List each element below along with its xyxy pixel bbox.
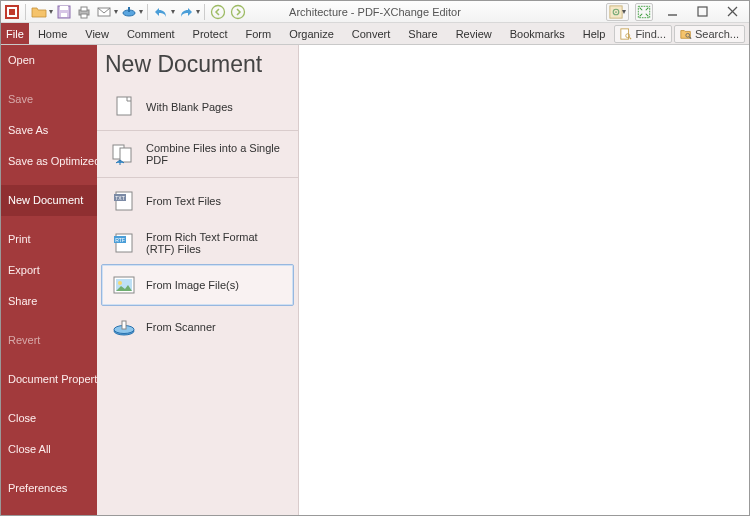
option-label: From Text Files — [146, 195, 221, 207]
svg-rect-5 — [61, 13, 67, 17]
redo-dropdown-icon[interactable]: ▾ — [196, 7, 200, 16]
scan-dropdown-icon[interactable]: ▾ — [139, 7, 143, 16]
new-doc-option-image[interactable]: From Image File(s) — [101, 264, 294, 306]
svg-rect-7 — [81, 7, 87, 11]
sidebar-item-close-all[interactable]: Close All — [1, 434, 97, 465]
undo-icon[interactable] — [152, 3, 170, 21]
window-close-button[interactable] — [719, 3, 745, 21]
sidebar-item-document-properties[interactable]: Document Properties — [1, 364, 97, 395]
sidebar-item-open[interactable]: Open — [1, 45, 97, 76]
nav-back-icon[interactable] — [209, 3, 227, 21]
new-doc-option-scanner[interactable]: From Scanner — [101, 306, 294, 348]
new-document-panel: New Document With Blank PagesCombine Fil… — [97, 45, 299, 515]
app-icon — [3, 3, 21, 21]
sidebar-item-export-settings[interactable]: Export Settings — [1, 512, 97, 515]
svg-rect-27 — [117, 97, 131, 115]
svg-rect-2 — [9, 9, 15, 15]
sidebar-item-save[interactable]: Save — [1, 84, 97, 115]
svg-line-24 — [630, 37, 632, 39]
menu-bookmarks[interactable]: Bookmarks — [501, 23, 574, 45]
svg-point-38 — [118, 281, 122, 285]
option-label: Combine Files into a Single PDF — [146, 142, 285, 166]
search-icon — [680, 28, 692, 40]
blank-icon — [110, 95, 138, 119]
ui-settings-button[interactable]: ▾ — [606, 3, 629, 21]
svg-point-16 — [615, 11, 617, 13]
find-label: Find... — [635, 28, 666, 40]
combine-icon — [110, 142, 138, 166]
menu-bar: File HomeViewCommentProtectFormOrganizeC… — [1, 23, 749, 45]
new-doc-option-blank[interactable]: With Blank Pages — [101, 86, 294, 128]
mail-dropdown-icon[interactable]: ▾ — [114, 7, 118, 16]
window-maximize-button[interactable] — [689, 3, 715, 21]
sidebar-item-share[interactable]: Share — [1, 286, 97, 317]
menu-comment[interactable]: Comment — [118, 23, 184, 45]
svg-point-13 — [232, 5, 245, 18]
find-button[interactable]: Find... — [614, 25, 672, 43]
scanner-icon — [110, 315, 138, 339]
print-icon[interactable] — [75, 3, 93, 21]
panel-heading: New Document — [97, 51, 298, 86]
menu-form[interactable]: Form — [236, 23, 280, 45]
option-separator — [97, 177, 298, 178]
new-doc-option-combine[interactable]: Combine Files into a Single PDF — [101, 133, 294, 175]
undo-dropdown-icon[interactable]: ▾ — [171, 7, 175, 16]
svg-text:RTF: RTF — [115, 237, 125, 243]
menu-convert[interactable]: Convert — [343, 23, 400, 45]
nav-forward-icon[interactable] — [229, 3, 247, 21]
sidebar-item-print[interactable]: Print — [1, 224, 97, 255]
new-doc-option-rtf[interactable]: RTFFrom Rich Text Format (RTF) Files — [101, 222, 294, 264]
menu-home[interactable]: Home — [29, 23, 76, 45]
sidebar-item-export[interactable]: Export — [1, 255, 97, 286]
search-button[interactable]: Search... — [674, 25, 745, 43]
find-icon — [620, 28, 632, 40]
option-label: With Blank Pages — [146, 101, 233, 113]
txt-icon: TXT — [110, 189, 138, 213]
menu-view[interactable]: View — [76, 23, 118, 45]
backstage-content — [299, 45, 749, 515]
file-tab[interactable]: File — [1, 23, 29, 44]
option-separator — [97, 130, 298, 131]
sidebar-item-save-as-optimized[interactable]: Save as Optimized — [1, 146, 97, 177]
file-menu-sidebar: OpenSaveSave AsSave as OptimizedNew Docu… — [1, 45, 97, 515]
menu-protect[interactable]: Protect — [184, 23, 237, 45]
svg-point-12 — [212, 5, 225, 18]
menu-help[interactable]: Help — [574, 23, 615, 45]
image-icon — [110, 273, 138, 297]
option-label: From Scanner — [146, 321, 216, 333]
rtf-icon: RTF — [110, 231, 138, 255]
svg-rect-19 — [698, 7, 707, 16]
svg-text:TXT: TXT — [115, 195, 124, 201]
sidebar-item-revert[interactable]: Revert — [1, 325, 97, 356]
svg-rect-8 — [81, 14, 87, 18]
menu-review[interactable]: Review — [447, 23, 501, 45]
svg-rect-11 — [128, 7, 130, 12]
open-folder-icon[interactable] — [30, 3, 48, 21]
sidebar-item-save-as[interactable]: Save As — [1, 115, 97, 146]
search-label: Search... — [695, 28, 739, 40]
svg-rect-29 — [120, 148, 131, 162]
option-label: From Image File(s) — [146, 279, 239, 291]
menu-share[interactable]: Share — [399, 23, 446, 45]
menu-organize[interactable]: Organize — [280, 23, 343, 45]
window-minimize-button[interactable] — [659, 3, 685, 21]
svg-rect-41 — [122, 321, 126, 329]
new-doc-option-txt[interactable]: TXTFrom Text Files — [101, 180, 294, 222]
backstage-main: New Document With Blank PagesCombine Fil… — [97, 45, 749, 515]
save-icon[interactable] — [55, 3, 73, 21]
option-label: From Rich Text Format (RTF) Files — [146, 231, 285, 255]
open-dropdown-icon[interactable]: ▾ — [49, 7, 53, 16]
sidebar-item-new-document[interactable]: New Document — [1, 185, 97, 216]
svg-rect-4 — [60, 6, 68, 10]
quick-access-toolbar: ▾ ▾ ▾ ▾ ▾ — [1, 3, 247, 21]
sidebar-item-preferences[interactable]: Preferences — [1, 473, 97, 504]
launch-options-button[interactable] — [635, 3, 653, 21]
mail-icon[interactable] — [95, 3, 113, 21]
title-bar: ▾ ▾ ▾ ▾ ▾ — [1, 1, 749, 23]
redo-icon[interactable] — [177, 3, 195, 21]
scanner-icon[interactable] — [120, 3, 138, 21]
sidebar-item-close[interactable]: Close — [1, 403, 97, 434]
